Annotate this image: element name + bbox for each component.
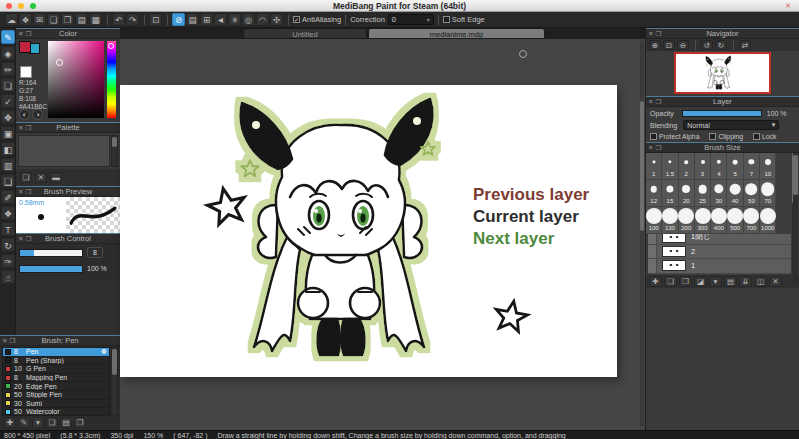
brush-list-item[interactable]: 8Pen (Sharp) (3, 357, 109, 366)
brush-size-cell[interactable]: 25 (695, 180, 711, 207)
canvas-area[interactable]: Previous layerCurrent layerNext layer (120, 39, 645, 430)
gallery-icon[interactable]: ❖ (19, 13, 32, 26)
palette-scrollbar-thumb[interactable] (112, 137, 117, 147)
undo-icon[interactable]: ↶ (112, 13, 125, 26)
brush-size-cell[interactable]: 1000 (760, 207, 776, 234)
color-bar-icon[interactable]: ◑ (32, 109, 43, 120)
add-brush-icon[interactable]: ✚ (4, 417, 16, 428)
crisscross-snap-icon[interactable]: ⊞ (200, 13, 213, 26)
saturation-value-picker[interactable] (48, 41, 104, 118)
canvas-scrollbar-thumb[interactable] (640, 101, 644, 231)
concentric-snap-icon[interactable]: ◎ (242, 13, 255, 26)
brush-list-item[interactable]: 8Pen☸ (3, 348, 109, 357)
marquee-select-tool[interactable]: ❏ (1, 78, 15, 92)
divide-tool[interactable]: ❖ (1, 206, 15, 220)
brush-list-item[interactable]: 10G Pen (3, 365, 109, 374)
soft-edge-checkbox[interactable] (443, 16, 450, 23)
move-tool[interactable]: ✥ (1, 110, 15, 124)
brush-settings-icon[interactable]: ☸ (101, 348, 107, 356)
brush-size-scrollbar-thumb[interactable] (793, 155, 798, 195)
eyedropper-tool[interactable]: ✑ (1, 254, 15, 268)
navigator-thumbnail[interactable] (674, 52, 771, 94)
magic-wand-tool[interactable]: ✓ (1, 94, 15, 108)
float-panel-icon[interactable]: ❐ (25, 188, 33, 195)
blending-dropdown[interactable]: Normal ▾ (683, 120, 779, 130)
canvas-vertical-scrollbar[interactable] (640, 41, 644, 426)
color-wheel-icon[interactable]: ◐ (19, 109, 30, 120)
hand-tool[interactable]: ☝ (1, 270, 15, 284)
brush-size-cell[interactable]: 1.5 (662, 153, 678, 180)
layer-option-checkbox[interactable] (650, 133, 657, 140)
antialiasing-checkbox[interactable]: ✓ (293, 16, 300, 23)
curve-snap-icon[interactable]: ◠ (256, 13, 269, 26)
brush-list-item[interactable]: 8Mapping Pen (3, 374, 109, 383)
transform-icon[interactable]: ⊡ (149, 13, 162, 26)
duplicate-brush-icon[interactable]: ❐ (74, 417, 86, 428)
zoom-in-icon[interactable]: ⊕ (649, 40, 661, 50)
brush-size-cell[interactable]: 7 (744, 153, 760, 180)
brush-size-cell[interactable]: 40 (727, 180, 743, 207)
palette-chip-icon[interactable]: ▬ (50, 172, 62, 183)
new-brush-doc-icon[interactable]: ❏ (46, 417, 58, 428)
float-panel-icon[interactable]: ❐ (655, 144, 663, 151)
brush-opacity-slider[interactable] (19, 265, 83, 273)
eraser-tool[interactable]: ◈ (1, 46, 15, 60)
brush-size-cell[interactable]: 130 (662, 207, 678, 234)
brush-size-cell[interactable]: 5 (727, 153, 743, 180)
drawing-canvas[interactable]: Previous layerCurrent layerNext layer (120, 85, 617, 377)
radial-snap-icon[interactable]: ✳ (228, 13, 241, 26)
flip-horizontal-icon[interactable]: ⇄ (739, 40, 751, 50)
navigator-view[interactable] (646, 51, 799, 96)
parallel-snap-icon[interactable]: ▤ (186, 13, 199, 26)
document-icon[interactable]: ❐ (61, 13, 74, 26)
brush-size-cell[interactable]: 10 (760, 153, 776, 180)
text-tool[interactable]: T (1, 222, 15, 236)
fill-rect-tool[interactable]: ▣ (1, 126, 15, 140)
edit-brush-icon[interactable]: ✎ (18, 417, 30, 428)
float-panel-icon[interactable]: ❐ (655, 30, 663, 37)
zoom-out-icon[interactable]: ⊖ (677, 40, 689, 50)
select-eraser-tool[interactable]: ✐ (1, 190, 15, 204)
brush-scrollbar-thumb[interactable] (112, 349, 117, 375)
brush-size-cell[interactable]: 300 (695, 207, 711, 234)
brush-size-scrollbar[interactable] (793, 153, 798, 284)
cloud-icon[interactable]: ☁ (5, 13, 18, 26)
brush-size-cell[interactable]: 700 (744, 207, 760, 234)
tab-medianime[interactable]: medianime.mdp (368, 28, 545, 39)
snap-off-icon[interactable]: ⊘ (172, 13, 185, 26)
brush-list-item[interactable]: 30Sumi (3, 400, 109, 409)
brush-size-cell[interactable]: 50 (744, 180, 760, 207)
float-panel-icon[interactable]: ❐ (655, 98, 663, 105)
brush-menu-icon[interactable]: ▾ (32, 417, 44, 428)
float-panel-icon[interactable]: ❐ (25, 30, 33, 37)
snap-settings-icon[interactable]: ✣ (270, 13, 283, 26)
brush-size-cell[interactable]: 1 (646, 153, 662, 180)
gradient-tool[interactable]: ▥ (1, 158, 15, 172)
hue-slider[interactable] (107, 41, 116, 118)
brush-list-scrollbar[interactable] (111, 347, 118, 416)
delete-palette-color-icon[interactable]: ✕ (35, 172, 47, 183)
brush-size-cell[interactable]: 12 (646, 180, 662, 207)
transparent-color-swatch[interactable] (20, 66, 32, 78)
brush-size-cell[interactable]: 100 (646, 207, 662, 234)
tab-untitled[interactable]: Untitled (243, 28, 367, 39)
redo-icon[interactable]: ↷ (126, 13, 139, 26)
select-pen-tool[interactable]: ❑ (1, 174, 15, 188)
brush-size-cell[interactable]: 200 (679, 207, 695, 234)
rotate-ccw-icon[interactable]: ↺ (701, 40, 713, 50)
rotate-tool[interactable]: ↻ (1, 238, 15, 252)
brush-size-cell[interactable]: 15 (662, 180, 678, 207)
palette-swatches-area[interactable] (18, 135, 110, 167)
rotate-cw-icon[interactable]: ↻ (715, 40, 727, 50)
brush-list-item[interactable]: 50Watercolor (3, 408, 109, 416)
brush-size-cell[interactable]: 500 (727, 207, 743, 234)
palette-scrollbar[interactable] (111, 135, 118, 167)
brush-size-cell[interactable]: 30 (711, 180, 727, 207)
brush-size-cell[interactable]: 2 (679, 153, 695, 180)
brush-size-cell[interactable]: 400 (711, 207, 727, 234)
brush-size-cell[interactable]: 70 (760, 180, 776, 207)
layer-option-checkbox[interactable] (753, 133, 760, 140)
storyboard-icon[interactable]: ▦ (89, 13, 102, 26)
brush-tool[interactable]: ✎ (1, 30, 15, 44)
chat-icon[interactable]: ❏ (47, 13, 60, 26)
